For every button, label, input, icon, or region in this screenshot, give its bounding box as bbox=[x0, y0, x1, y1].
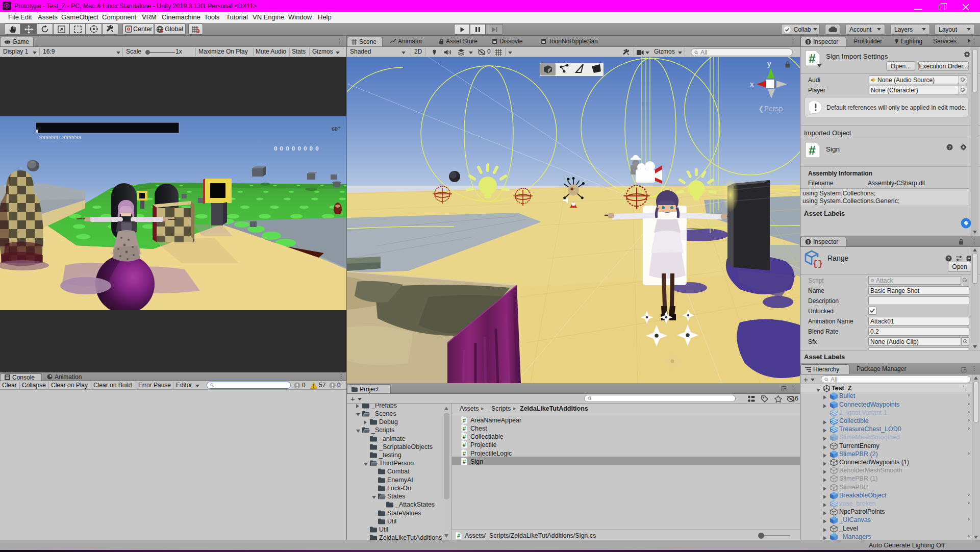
svg-text:{}: {} bbox=[813, 259, 823, 268]
svg-text:00000000: 00000000 bbox=[274, 145, 321, 152]
svg-text:#: # bbox=[809, 143, 815, 157]
svg-text:60⁺: 60⁺ bbox=[332, 126, 341, 133]
svg-text:x: x bbox=[750, 80, 754, 88]
svg-text:y: y bbox=[767, 59, 771, 68]
svg-text:#: # bbox=[457, 533, 460, 539]
svg-text:?: ? bbox=[948, 145, 951, 150]
svg-text:?: ? bbox=[947, 256, 950, 261]
svg-text:999999/ 999999: 999999/ 999999 bbox=[39, 134, 82, 140]
svg-text:❮Persp: ❮Persp bbox=[758, 105, 783, 113]
svg-text:#: # bbox=[809, 52, 815, 65]
